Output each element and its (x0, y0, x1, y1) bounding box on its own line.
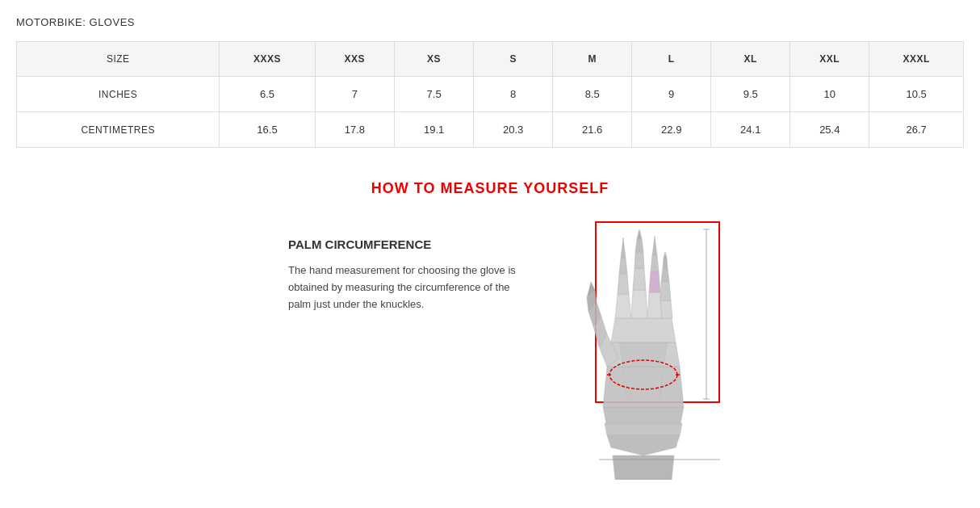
page-wrapper: MOTORBIKE: GLOVES SIZE XXXS XXS XS S M L… (0, 0, 980, 480)
row-value: 21.6 (553, 112, 632, 148)
measure-description: The hand measurement for choosing the gl… (288, 262, 530, 313)
svg-marker-19 (660, 300, 672, 318)
row-value: 22.9 (632, 112, 711, 148)
row-value: 17.8 (315, 112, 395, 148)
row-value: 7.5 (395, 77, 474, 112)
row-value: 8.5 (553, 77, 632, 112)
col-xxl: XXL (790, 42, 869, 77)
svg-marker-12 (635, 239, 643, 252)
page-title: MOTORBIKE: GLOVES (16, 16, 964, 28)
svg-marker-7 (621, 246, 626, 258)
row-label: INCHES (17, 77, 220, 112)
svg-marker-4 (615, 294, 631, 318)
table-row: INCHES6.577.588.599.51010.5 (17, 77, 964, 112)
col-s: S (474, 42, 553, 77)
row-value: 16.5 (220, 112, 315, 148)
svg-marker-3 (611, 318, 676, 342)
svg-marker-6 (619, 258, 627, 274)
svg-marker-11 (634, 252, 644, 268)
row-value: 9.5 (711, 77, 790, 112)
row-value: 8 (474, 77, 553, 112)
table-header-row: SIZE XXXS XXS XS S M L XL XXL XXXL (17, 42, 964, 77)
table-body: INCHES6.577.588.599.51010.5CENTIMETRES16… (17, 77, 964, 148)
row-value: 20.3 (474, 112, 553, 148)
how-to-section: HOW TO MEASURE YOURSELF PALM CIRCUMFEREN… (16, 180, 964, 480)
col-xl: XL (711, 42, 790, 77)
svg-marker-16 (651, 255, 659, 271)
svg-marker-14 (647, 292, 662, 318)
row-value: 9 (632, 77, 711, 112)
svg-marker-22 (663, 258, 668, 268)
title-product: GLOVES (90, 16, 135, 28)
row-value: 10.5 (869, 77, 964, 112)
svg-marker-21 (661, 268, 669, 282)
col-xs: XS (395, 42, 474, 77)
svg-marker-33 (619, 342, 668, 367)
svg-marker-10 (633, 268, 646, 290)
col-xxxs: XXXS (220, 42, 315, 77)
measure-content: PALM CIRCUMFERENCE The hand measurement … (16, 221, 964, 480)
svg-marker-23 (664, 252, 667, 258)
row-value: 6.5 (220, 77, 315, 112)
measure-subtitle: PALM CIRCUMFERENCE (288, 237, 530, 251)
svg-marker-29 (607, 435, 680, 456)
title-brand: MOTORBIKE: (16, 16, 86, 28)
svg-marker-5 (618, 274, 629, 294)
svg-marker-30 (605, 423, 682, 435)
row-value: 7 (315, 77, 395, 112)
row-value: 19.1 (395, 112, 474, 148)
col-xxxl: XXXL (869, 42, 964, 77)
table-row: CENTIMETRES16.517.819.120.321.622.924.12… (17, 112, 964, 148)
hand-svg (563, 221, 724, 480)
row-value: 26.7 (869, 112, 964, 148)
svg-marker-15 (649, 271, 660, 292)
row-value: 10 (790, 77, 869, 112)
svg-marker-34 (623, 367, 664, 399)
svg-marker-31 (613, 456, 674, 480)
svg-marker-9 (631, 290, 647, 318)
col-l: L (632, 42, 711, 77)
svg-marker-18 (654, 236, 655, 243)
col-m: M (553, 42, 632, 77)
hand-illustration (563, 221, 724, 480)
how-to-title: HOW TO MEASURE YOURSELF (371, 180, 609, 197)
svg-marker-13 (637, 229, 642, 239)
row-label: CENTIMETRES (17, 112, 220, 148)
svg-marker-8 (622, 237, 624, 246)
col-xxs: XXS (315, 42, 395, 77)
row-value: 25.4 (790, 112, 869, 148)
measure-text-block: PALM CIRCUMFERENCE The hand measurement … (256, 221, 530, 313)
svg-marker-17 (652, 243, 657, 255)
size-table: SIZE XXXS XXS XS S M L XL XXL XXXL INCHE… (16, 41, 964, 148)
svg-marker-20 (660, 282, 671, 300)
col-size: SIZE (17, 42, 220, 77)
row-value: 24.1 (711, 112, 790, 148)
